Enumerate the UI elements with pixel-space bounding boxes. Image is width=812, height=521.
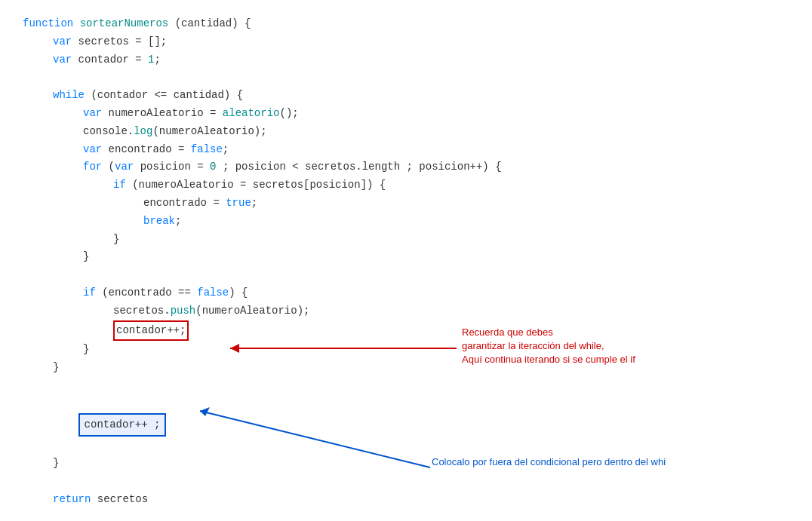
code-line-11: encontrado = true; — [23, 195, 789, 213]
code-line-16: if (encontrado == false) { — [23, 284, 789, 302]
code-line-1: function sortearNumeros (cantidad) { — [23, 15, 789, 33]
code-line-7: console.log(numeroAleatorio); — [23, 123, 789, 141]
code-line-5: while (contador <= cantidad) { — [23, 87, 789, 105]
code-line-2: var secretos = []; — [23, 33, 789, 51]
code-line-3: var contador = 1; — [23, 51, 789, 69]
code-line-22: contador++ ; — [23, 395, 789, 455]
code-line-10: if (numeroAleatorio = secretos[posicion]… — [23, 176, 789, 195]
code-editor: function sortearNumeros (cantidad) { var… — [0, 0, 812, 521]
code-line-20: } — [23, 359, 789, 377]
red-highlight-box: contador++; — [113, 320, 189, 342]
code-line-24 — [23, 473, 789, 491]
code-line-26 — [23, 509, 789, 521]
code-line-17: secretos.push(numeroAleatorio); — [23, 302, 789, 320]
code-line-19: } — [23, 341, 789, 359]
code-line-23: } — [23, 455, 789, 473]
code-line-14: } — [23, 248, 789, 266]
code-line-21 — [23, 377, 789, 395]
blue-highlight-box: contador++ ; — [78, 413, 167, 437]
code-line-15 — [23, 266, 789, 284]
code-line-8: var encontrado = false; — [23, 141, 789, 159]
code-line-4 — [23, 69, 789, 87]
code-line-6: var numeroAleatorio = aleatorio(); — [23, 105, 789, 123]
code-line-13: } — [23, 231, 789, 249]
code-line-9: for (var posicion = 0 ; posicion < secre… — [23, 158, 789, 176]
code-line-18: contador++; — [23, 320, 789, 342]
code-line-25: return secretos — [23, 491, 789, 509]
code-line-12: break; — [23, 213, 789, 231]
